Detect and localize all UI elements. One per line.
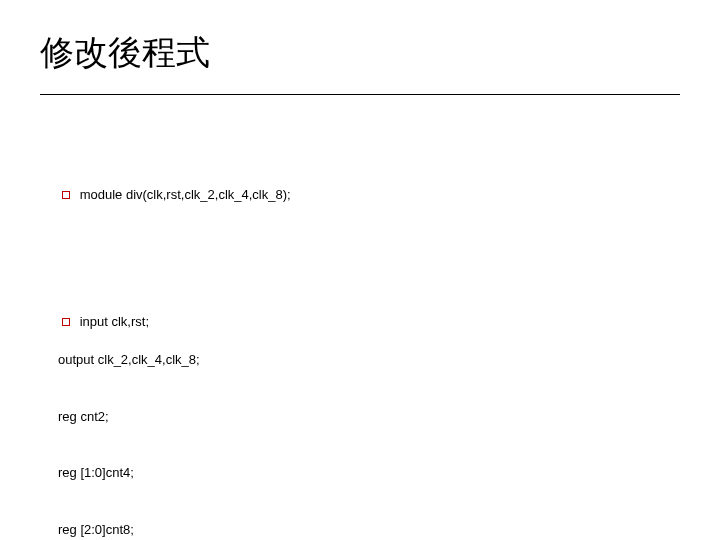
- title-underline: [40, 94, 680, 95]
- code-line: reg [2:0]cnt8;: [40, 521, 680, 540]
- slide-title: 修改後程式: [40, 30, 680, 76]
- code-para-1: module div(clk,rst,clk_2,clk_4,clk_8);: [40, 168, 680, 225]
- code-line: module div(clk,rst,clk_2,clk_4,clk_8);: [80, 187, 291, 202]
- code-line: output clk_2,clk_4,clk_8;: [40, 351, 680, 370]
- bullet-icon: [62, 313, 80, 332]
- code-line: input clk,rst;: [80, 314, 149, 329]
- code-block: module div(clk,rst,clk_2,clk_4,clk_8); i…: [40, 111, 680, 540]
- bullet-icon: [62, 186, 80, 205]
- code-line: reg cnt2;: [40, 408, 680, 427]
- code-line: reg [1:0]cnt4;: [40, 464, 680, 483]
- code-para-2: input clk,rst; output clk_2,clk_4,clk_8;…: [40, 295, 680, 540]
- slide: 修改後程式 module div(clk,rst,clk_2,clk_4,clk…: [0, 0, 720, 540]
